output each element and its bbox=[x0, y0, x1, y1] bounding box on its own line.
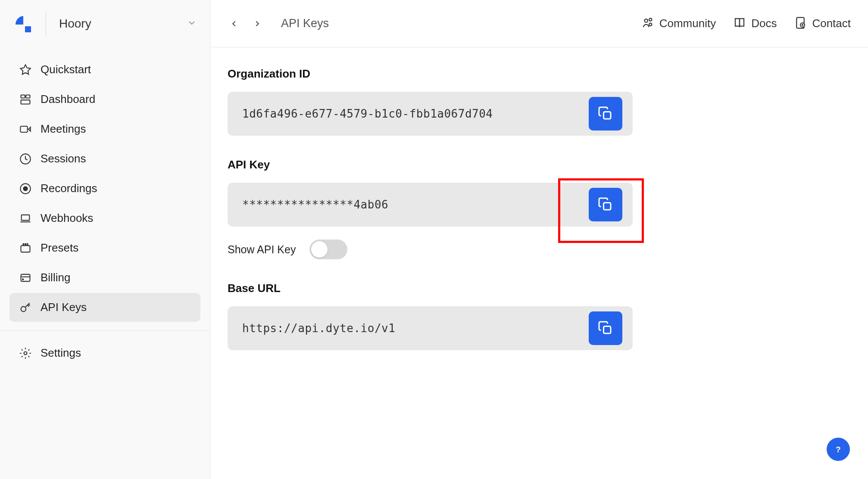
base-url-label: Base URL bbox=[228, 282, 851, 295]
chevron-down-icon[interactable] bbox=[187, 18, 197, 30]
sidebar-item-presets[interactable]: Presets bbox=[9, 233, 200, 262]
svg-rect-12 bbox=[21, 246, 30, 252]
page-title: API Keys bbox=[281, 17, 641, 30]
sidebar-item-meetings[interactable]: Meetings bbox=[9, 115, 200, 143]
svg-rect-10 bbox=[22, 215, 30, 220]
svg-rect-2 bbox=[21, 95, 25, 98]
org-id-box: 1d6fa496-e677-4579-b1c0-fbb1a067d704 bbox=[228, 92, 633, 136]
dashboard-icon bbox=[19, 93, 32, 106]
forward-button[interactable] bbox=[251, 17, 264, 30]
main-content: API Keys Community Docs bbox=[210, 0, 868, 479]
svg-point-14 bbox=[25, 243, 26, 244]
sidebar-item-webhooks[interactable]: Webhooks bbox=[9, 204, 200, 233]
sidebar-item-label: Sessions bbox=[41, 152, 86, 165]
laptop-icon bbox=[19, 212, 32, 225]
sidebar-item-label: Meetings bbox=[41, 122, 86, 136]
book-icon bbox=[733, 16, 746, 31]
svg-rect-16 bbox=[21, 274, 30, 281]
svg-rect-28 bbox=[604, 327, 611, 334]
org-id-label: Organization ID bbox=[228, 67, 851, 81]
clock-icon bbox=[19, 152, 32, 165]
sidebar-item-label: Presets bbox=[41, 241, 78, 255]
key-icon bbox=[19, 301, 32, 314]
topbar-link-label: Contact bbox=[812, 17, 851, 30]
svg-point-18 bbox=[22, 279, 23, 280]
gear-icon bbox=[19, 347, 32, 360]
sidebar-item-label: Dashboard bbox=[41, 93, 95, 106]
topbar-link-label: Community bbox=[659, 17, 716, 30]
sidebar-item-api-keys[interactable]: API Keys bbox=[9, 293, 200, 322]
sidebar-item-settings[interactable]: Settings bbox=[9, 339, 200, 367]
svg-point-9 bbox=[23, 187, 27, 190]
api-key-label: API Key bbox=[228, 158, 851, 171]
sidebar-item-quickstart[interactable]: Quickstart bbox=[9, 55, 200, 84]
record-icon bbox=[19, 182, 32, 195]
show-api-key-row: Show API Key bbox=[228, 240, 851, 259]
sidebar-item-recordings[interactable]: Recordings bbox=[9, 174, 200, 203]
sidebar-item-label: Billing bbox=[41, 271, 70, 284]
svg-rect-5 bbox=[20, 126, 27, 132]
contact-link[interactable]: Contact bbox=[794, 16, 851, 31]
sidebar-item-label: Settings bbox=[41, 346, 81, 360]
svg-rect-27 bbox=[604, 203, 611, 210]
topbar-link-label: Docs bbox=[751, 17, 777, 30]
topbar-links: Community Docs Contact bbox=[641, 16, 851, 31]
api-key-box: ****************4ab06 bbox=[228, 183, 633, 227]
sidebar-nav: Quickstart Dashboard Meetings Sessions bbox=[0, 47, 210, 331]
org-id-section: Organization ID 1d6fa496-e677-4579-b1c0-… bbox=[228, 67, 851, 136]
show-api-key-toggle[interactable] bbox=[309, 240, 347, 259]
toggle-knob bbox=[311, 241, 328, 258]
logo-divider bbox=[46, 12, 46, 36]
api-key-value: ****************4ab06 bbox=[242, 198, 388, 211]
copy-org-id-button[interactable] bbox=[589, 97, 622, 131]
topbar: API Keys Community Docs bbox=[210, 0, 868, 47]
sidebar-item-label: Recordings bbox=[41, 182, 97, 195]
sidebar-item-label: API Keys bbox=[41, 301, 87, 314]
contact-icon bbox=[794, 16, 807, 31]
svg-text:?: ? bbox=[836, 445, 840, 454]
help-button[interactable]: ? bbox=[827, 438, 850, 461]
svg-rect-26 bbox=[604, 112, 611, 119]
sidebar-item-sessions[interactable]: Sessions bbox=[9, 144, 200, 173]
nav-arrows bbox=[228, 17, 264, 30]
base-url-value: https://api.dyte.io/v1 bbox=[242, 322, 395, 335]
sidebar-item-label: Webhooks bbox=[41, 212, 93, 225]
show-api-key-label: Show API Key bbox=[228, 243, 296, 256]
star-icon bbox=[19, 63, 32, 76]
sidebar-item-dashboard[interactable]: Dashboard bbox=[9, 85, 200, 114]
logo bbox=[13, 13, 34, 34]
sidebar-item-label: Quickstart bbox=[41, 63, 91, 76]
svg-rect-3 bbox=[26, 95, 30, 98]
svg-point-13 bbox=[23, 243, 24, 244]
org-id-value: 1d6fa496-e677-4579-b1c0-fbb1a067d704 bbox=[242, 107, 493, 120]
video-icon bbox=[19, 123, 32, 136]
docs-link[interactable]: Docs bbox=[733, 16, 777, 31]
sidebar-bottom: Settings bbox=[0, 331, 210, 376]
base-url-section: Base URL https://api.dyte.io/v1 bbox=[228, 282, 851, 350]
community-icon bbox=[641, 16, 654, 31]
content-area: Organization ID 1d6fa496-e677-4579-b1c0-… bbox=[210, 47, 868, 479]
community-link[interactable]: Community bbox=[641, 16, 716, 31]
svg-point-19 bbox=[21, 306, 26, 311]
org-selector[interactable]: Hoory bbox=[59, 17, 187, 31]
svg-point-15 bbox=[27, 243, 28, 244]
sidebar-header: Hoory bbox=[0, 0, 210, 47]
svg-marker-1 bbox=[20, 65, 30, 74]
svg-point-21 bbox=[644, 19, 648, 22]
svg-rect-4 bbox=[21, 100, 30, 104]
svg-point-20 bbox=[24, 351, 27, 355]
back-button[interactable] bbox=[228, 17, 240, 30]
api-key-section: API Key ****************4ab06 Show API K… bbox=[228, 158, 851, 259]
svg-point-23 bbox=[649, 23, 652, 25]
billing-icon bbox=[19, 271, 32, 284]
copy-api-key-button[interactable] bbox=[589, 188, 622, 221]
copy-base-url-button[interactable] bbox=[589, 311, 622, 345]
org-name-label: Hoory bbox=[59, 17, 91, 30]
sidebar: Hoory Quickstart Dashboard bbox=[0, 0, 210, 479]
svg-marker-6 bbox=[28, 127, 31, 131]
presets-icon bbox=[19, 242, 32, 255]
svg-rect-0 bbox=[25, 26, 31, 32]
sidebar-item-billing[interactable]: Billing bbox=[9, 263, 200, 292]
svg-point-22 bbox=[649, 18, 652, 21]
base-url-box: https://api.dyte.io/v1 bbox=[228, 306, 633, 350]
